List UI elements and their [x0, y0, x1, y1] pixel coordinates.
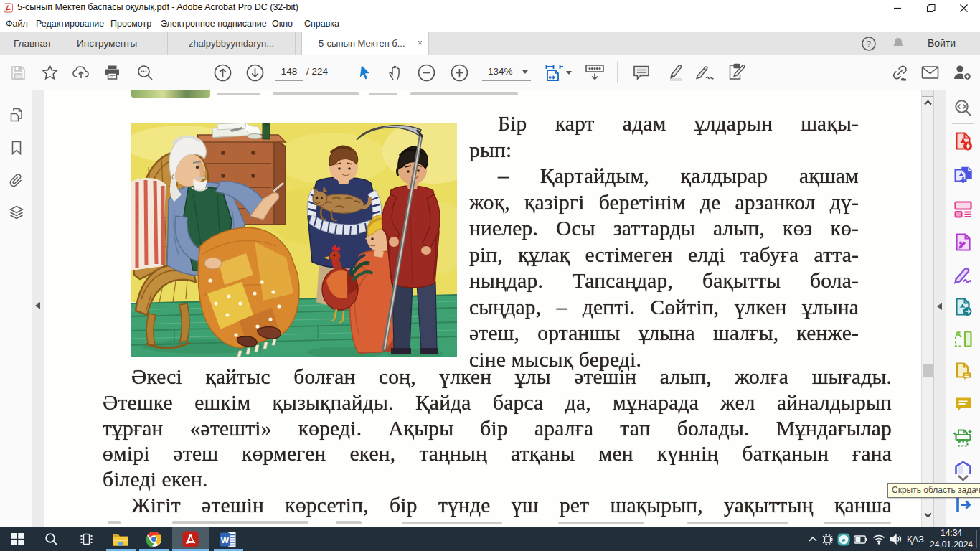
right-panel-divider	[933, 90, 946, 527]
volume-icon[interactable]	[887, 527, 904, 551]
edit-pdf-icon[interactable]	[726, 55, 749, 90]
menu-help[interactable]: Справка	[304, 19, 339, 29]
scroll-down-icon[interactable]	[924, 512, 932, 518]
layers-icon[interactable]	[9, 204, 24, 220]
toolbar: 148 / 224 134%	[0, 55, 980, 90]
hide-task-pane-icon[interactable]	[953, 495, 973, 514]
text-line: біледі екен.	[103, 467, 892, 493]
more-tools-chevron-icon[interactable]	[953, 474, 973, 484]
cut-text-fragment	[824, 522, 891, 524]
sign-in-button[interactable]: Войти	[928, 37, 956, 49]
story-paragraph-2: Әкесі қайтыс болған соң, үлкен ұлы әтеші…	[103, 364, 892, 519]
scrollbar-top-box	[922, 90, 934, 97]
language-indicator[interactable]: ҚАЗ	[907, 534, 924, 545]
cut-text-fragment	[369, 93, 397, 95]
tab-close-icon[interactable]: ×	[418, 38, 423, 48]
search-tools-icon[interactable]	[953, 98, 973, 118]
attachments-icon[interactable]	[9, 173, 24, 189]
share-link-icon[interactable]	[887, 55, 910, 90]
reading-mode-icon[interactable]	[583, 55, 607, 90]
help-icon[interactable]: ?	[861, 36, 877, 52]
save-icon[interactable]	[8, 55, 28, 90]
scroll-up-icon[interactable]	[924, 100, 932, 105]
taskbar-clock[interactable]: 14:34 24.01.2024	[928, 528, 974, 550]
previous-page-icon[interactable]	[212, 55, 232, 90]
collapse-right-panel-icon[interactable]	[937, 303, 942, 310]
tab-tools[interactable]: Инструменты	[77, 38, 137, 49]
edit-pdf-tool-icon[interactable]	[953, 232, 973, 252]
page-number-input[interactable]: 148	[275, 64, 303, 81]
tab-document-1[interactable]: zhalpybbyymdaryn...	[167, 32, 296, 55]
eset-icon[interactable]: e	[835, 527, 852, 551]
print-production-icon[interactable]	[953, 428, 973, 447]
comment-icon[interactable]	[631, 55, 652, 90]
minimize-button[interactable]	[881, 0, 914, 16]
highlighter-icon[interactable]	[663, 55, 684, 90]
send-email-icon[interactable]	[919, 55, 941, 90]
search-icon[interactable]	[135, 55, 155, 90]
toolbar-separator	[341, 62, 341, 83]
add-person-icon[interactable]	[951, 55, 974, 90]
text-line: өмірі әтеш көрмеген екен, таңның атқаны …	[103, 441, 892, 467]
cut-text-fragment	[108, 521, 121, 524]
tab-document-2-active[interactable]: 5-сынып Мектеп б... ×	[301, 32, 429, 56]
taskbar-search-icon[interactable]	[35, 527, 67, 551]
tab-document-1-label: zhalpybbyymdaryn...	[168, 38, 295, 49]
fill-sign-tool-icon[interactable]	[953, 265, 973, 285]
battery-icon[interactable]	[852, 527, 869, 551]
fit-width-caret-icon[interactable]	[564, 55, 574, 90]
acrobat-app-icon	[4, 3, 13, 13]
text-line: ріп, құлақ естімеген елді табуға атта-	[469, 242, 859, 268]
comment-tool-icon[interactable]	[953, 395, 973, 414]
word-icon[interactable]: W	[212, 527, 244, 551]
combine-files-icon[interactable]	[953, 362, 973, 381]
start-button[interactable]	[1, 527, 33, 551]
maximize-button[interactable]	[914, 0, 947, 16]
menu-esign[interactable]: Электронное подписание	[161, 19, 267, 29]
acrobat-taskbar-active[interactable]	[172, 527, 209, 551]
export-pdf-icon[interactable]	[953, 165, 973, 184]
text-line: тұрған «әтешті» көреді. Ақыры бір аралға…	[103, 416, 892, 442]
page-total-label: / 224	[306, 66, 328, 77]
zoom-level-dropdown[interactable]: 134%	[482, 64, 531, 81]
menu-window[interactable]: Окно	[272, 19, 293, 29]
cut-image-fragment	[131, 90, 210, 98]
print-icon[interactable]	[102, 55, 122, 90]
pdf-page[interactable]: Бір карт адам ұлдарын шақы- рып: – Қарта…	[44, 90, 921, 527]
tab-home[interactable]: Главная	[14, 38, 50, 49]
vertical-scrollbar[interactable]	[921, 90, 933, 527]
cut-text-fragment	[217, 93, 260, 95]
show-desktop-button[interactable]	[976, 530, 977, 548]
bookmarks-icon[interactable]	[9, 140, 24, 156]
scrollbar-thumb[interactable]	[923, 364, 933, 377]
collapse-left-panel-icon[interactable]	[35, 302, 40, 309]
star-favorites-icon[interactable]	[39, 55, 60, 90]
organize-pages-icon[interactable]	[953, 199, 973, 218]
tab-bar: Главная Инструменты zhalpybbyymdaryn... …	[0, 32, 980, 55]
fill-sign-icon[interactable]	[693, 55, 716, 90]
menu-file[interactable]: Файл	[6, 19, 28, 29]
bell-icon[interactable]	[891, 37, 905, 51]
task-view-icon[interactable]	[70, 527, 102, 551]
text-line: – Қартайдым, қалдырар ақшам	[469, 163, 859, 189]
hand-pan-icon[interactable]	[386, 55, 406, 90]
zoom-in-icon[interactable]	[449, 55, 469, 90]
send-pdf-icon[interactable]	[953, 297, 973, 316]
chrome-icon[interactable]	[138, 527, 169, 551]
file-explorer-icon[interactable]	[105, 527, 136, 551]
page-thumbnails-icon[interactable]	[9, 107, 24, 123]
text-line: сыңдар, – депті. Сөйтіп, үлкен ұлына	[469, 294, 859, 321]
menu-view[interactable]: Просмотр	[110, 19, 151, 29]
zoom-out-icon[interactable]	[416, 55, 436, 90]
cast-display-icon[interactable]	[819, 527, 836, 551]
close-button[interactable]	[947, 0, 980, 16]
wifi-icon[interactable]	[870, 527, 887, 551]
text-line: Жігіт әтешін көрсетіп, бір түнде үш рет …	[103, 493, 892, 519]
scan-ocr-icon[interactable]	[953, 329, 973, 349]
fit-width-icon[interactable]	[543, 55, 566, 90]
share-cloud-icon[interactable]	[71, 55, 91, 90]
select-cursor-icon[interactable]	[355, 55, 375, 90]
next-page-icon[interactable]	[245, 55, 265, 90]
menu-edit[interactable]: Редактирование	[36, 19, 104, 29]
create-pdf-icon[interactable]	[953, 131, 973, 151]
